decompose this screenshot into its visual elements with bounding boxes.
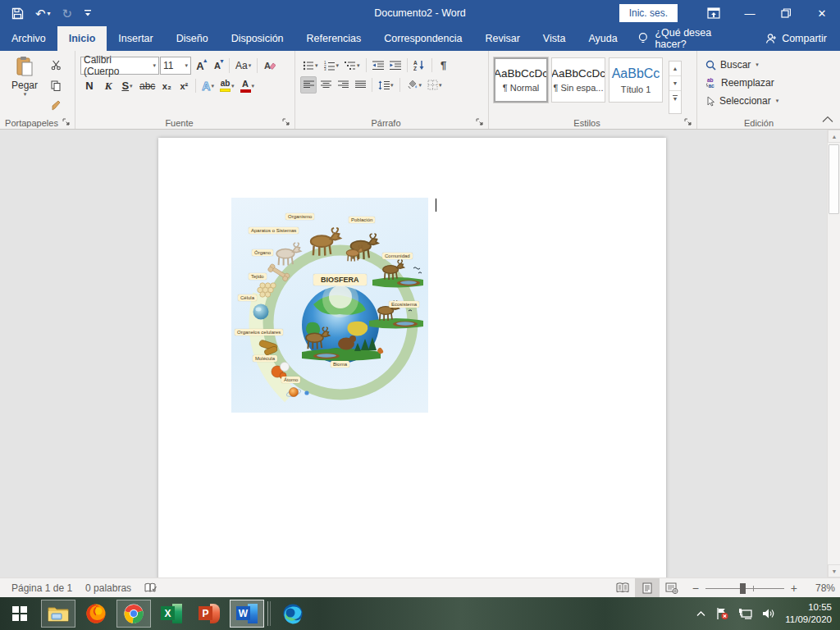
- select-button[interactable]: Seleccionar ▾: [702, 93, 782, 109]
- multilevel-list-button[interactable]: ▾: [342, 57, 363, 74]
- minimize-button[interactable]: —: [732, 0, 768, 26]
- shrink-font-button[interactable]: A▼: [209, 57, 226, 75]
- style-normal[interactable]: AaBbCcDc ¶ Normal: [494, 57, 548, 103]
- tab-revisar[interactable]: Revisar: [473, 26, 531, 51]
- web-layout-button[interactable]: [660, 578, 684, 597]
- select-dropdown-icon[interactable]: ▾: [776, 98, 779, 104]
- borders-dropdown-icon[interactable]: ▾: [439, 82, 442, 89]
- align-left-button[interactable]: [300, 76, 317, 94]
- save-icon[interactable]: [11, 7, 24, 20]
- font-color-button[interactable]: A▾: [238, 77, 258, 94]
- bullet-list-dropdown-icon[interactable]: ▾: [315, 62, 318, 69]
- sign-in-button[interactable]: Inic. ses.: [619, 4, 678, 22]
- line-spacing-button[interactable]: ▾: [376, 76, 396, 94]
- underline-button[interactable]: S▾: [118, 77, 136, 94]
- zoom-slider[interactable]: [705, 582, 784, 594]
- text-effects-button[interactable]: A▾: [199, 77, 217, 94]
- print-layout-button[interactable]: [635, 578, 660, 597]
- shading-button[interactable]: ▾: [404, 76, 425, 94]
- font-size-combo[interactable]: 11▾: [160, 57, 191, 75]
- copy-button[interactable]: [48, 77, 64, 94]
- zoom-slider-thumb[interactable]: [740, 583, 746, 594]
- superscript-button[interactable]: x²: [176, 77, 192, 94]
- align-center-button[interactable]: [317, 76, 334, 94]
- change-case-dropdown-icon[interactable]: ▾: [249, 62, 252, 69]
- font-dialog-launcher[interactable]: [282, 117, 292, 127]
- sort-button[interactable]: AZ: [411, 57, 428, 74]
- shading-dropdown-icon[interactable]: ▾: [419, 82, 422, 89]
- strikethrough-button[interactable]: abc: [137, 77, 158, 94]
- tab-insertar[interactable]: Insertar: [107, 26, 164, 51]
- tell-me-zone[interactable]: ¿Qué desea hacer?: [629, 26, 752, 51]
- change-case-button[interactable]: Aa▾: [233, 57, 253, 75]
- clear-formatting-button[interactable]: A: [261, 57, 278, 75]
- collapse-ribbon-button[interactable]: [822, 114, 833, 126]
- share-label[interactable]: Compartir: [782, 33, 827, 44]
- close-button[interactable]: ✕: [804, 0, 840, 26]
- customize-qat-button[interactable]: [84, 9, 92, 17]
- document-page[interactable]: OrganismoPoblaciónAparatos o SistemasÓrg…: [158, 138, 666, 578]
- tab-ayuda[interactable]: Ayuda: [577, 26, 628, 51]
- styles-dialog-launcher[interactable]: [684, 117, 694, 127]
- scrollbar-up-icon[interactable]: ▲: [828, 130, 840, 143]
- proofing-status[interactable]: [138, 578, 164, 597]
- tab-disposición[interactable]: Disposición: [220, 26, 295, 51]
- font-name-combo[interactable]: Calibri (Cuerpo▾: [80, 57, 159, 75]
- taskbar-edge-icon[interactable]: [276, 600, 310, 628]
- clipboard-dialog-launcher[interactable]: [62, 117, 72, 127]
- font-color-dropdown-icon[interactable]: ▾: [252, 83, 255, 89]
- paste-dropdown-icon[interactable]: ▾: [24, 91, 27, 98]
- read-mode-button[interactable]: [610, 578, 635, 597]
- highlight-dropdown-icon[interactable]: ▾: [231, 83, 235, 89]
- tab-referencias[interactable]: Referencias: [295, 26, 373, 51]
- taskbar-word-icon[interactable]: W: [230, 600, 264, 628]
- taskbar-powerpoint-icon[interactable]: P: [192, 600, 226, 628]
- highlight-button[interactable]: ab▾: [217, 77, 237, 94]
- number-list-dropdown-icon[interactable]: ▾: [336, 62, 340, 69]
- tab-diseño[interactable]: Diseño: [165, 26, 220, 51]
- number-list-button[interactable]: 123▾: [322, 57, 342, 74]
- zoom-out-button[interactable]: −: [692, 582, 699, 595]
- tray-security-flag-icon[interactable]: [715, 607, 728, 620]
- tell-me-label[interactable]: ¿Qué desea hacer?: [655, 27, 744, 50]
- line-spacing-dropdown-icon[interactable]: ▾: [390, 82, 394, 89]
- taskbar-excel-icon[interactable]: X: [154, 600, 189, 628]
- tab-inicio[interactable]: Inicio: [57, 26, 107, 51]
- scrollbar-thumb[interactable]: [829, 144, 839, 214]
- paragraph-dialog-launcher[interactable]: [476, 117, 486, 127]
- font-size-dropdown-icon[interactable]: ▾: [181, 62, 188, 69]
- align-right-button[interactable]: [335, 76, 351, 94]
- share-button[interactable]: Compartir: [752, 26, 840, 51]
- page-indicator[interactable]: Página 1 de 1: [5, 578, 79, 597]
- tab-correspondencia[interactable]: Correspondencia: [372, 26, 473, 51]
- bold-button[interactable]: N: [80, 77, 98, 94]
- style-heading1[interactable]: AaBbCc Título 1: [609, 57, 663, 103]
- tray-volume-icon[interactable]: [762, 608, 775, 619]
- show-marks-button[interactable]: ¶: [436, 57, 452, 74]
- redo-button[interactable]: ↻: [62, 7, 73, 20]
- styles-gallery-more-icon[interactable]: ▼: [669, 91, 681, 106]
- tray-network-icon[interactable]: [738, 608, 752, 620]
- decrease-indent-button[interactable]: [370, 57, 386, 74]
- justify-button[interactable]: [352, 76, 368, 94]
- taskbar-file-explorer-icon[interactable]: [41, 600, 75, 628]
- styles-scroll-down-icon[interactable]: ▼: [669, 76, 681, 91]
- taskbar-clock[interactable]: 10:55 11/09/2020: [785, 601, 832, 626]
- zoom-percentage[interactable]: 78%: [806, 582, 835, 594]
- grow-font-button[interactable]: A▲: [192, 57, 208, 75]
- word-count[interactable]: 0 palabras: [79, 578, 138, 597]
- format-painter-button[interactable]: [48, 97, 64, 114]
- tab-archivo[interactable]: Archivo: [0, 26, 57, 51]
- undo-dropdown-icon[interactable]: ▾: [48, 10, 51, 17]
- text-effects-dropdown-icon[interactable]: ▾: [211, 83, 214, 89]
- restore-button[interactable]: [768, 0, 804, 26]
- tab-vista[interactable]: Vista: [532, 26, 578, 51]
- scrollbar-down-icon[interactable]: ▼: [828, 564, 840, 578]
- underline-dropdown-icon[interactable]: ▾: [130, 83, 133, 89]
- paste-button[interactable]: Pegar ▾: [5, 54, 44, 114]
- undo-button[interactable]: ↶▾: [35, 7, 51, 20]
- tray-show-hidden-icon[interactable]: [696, 610, 705, 617]
- find-dropdown-icon[interactable]: ▾: [756, 62, 759, 68]
- replace-button[interactable]: abac Reemplazar: [702, 75, 782, 91]
- vertical-scrollbar[interactable]: ▲ ▼: [827, 130, 840, 578]
